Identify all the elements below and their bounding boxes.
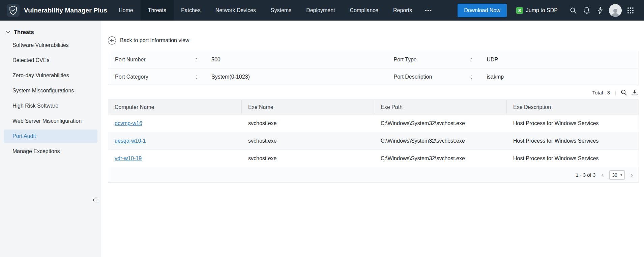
- sidebar-item-software-vulnerabilities[interactable]: Software Vulnerabilities: [4, 38, 97, 52]
- nav-item-home[interactable]: Home: [111, 0, 141, 21]
- exe-description-cell: Host Process for Windows Services: [507, 138, 639, 144]
- quick-actions-bolt-icon[interactable]: [593, 4, 607, 17]
- field-value: 500: [211, 57, 374, 63]
- column-header-exe-path[interactable]: Exe Path: [374, 100, 507, 114]
- pagination-prev-icon[interactable]: ‹: [599, 171, 605, 179]
- nav-item-patches[interactable]: Patches: [174, 0, 208, 21]
- computer-name-link[interactable]: dcvmp-w16: [115, 120, 142, 126]
- sdp-icon: S: [516, 7, 523, 14]
- exe-path-cell: C:\Windows\System32\svchost.exe: [374, 120, 507, 126]
- navbar-right: Download Now S Jump to SDP: [458, 0, 644, 21]
- exe-description-cell: Host Process for Windows Services: [507, 155, 639, 162]
- sidebar-collapse-icon[interactable]: [90, 195, 102, 205]
- table-row: vdr-w10-19 svchost.exe C:\Windows\System…: [108, 149, 639, 167]
- port-info-panel: Port Number : 500 Port Type : UDP Port C…: [108, 51, 639, 85]
- back-link[interactable]: Back to port information view: [108, 36, 189, 45]
- user-avatar[interactable]: [609, 4, 622, 17]
- sidebar-item-manage-exceptions[interactable]: Manage Exceptions: [4, 145, 97, 158]
- nav-item-deployment[interactable]: Deployment: [299, 0, 342, 21]
- field-label: Port Description: [394, 74, 471, 80]
- sidebar-item-detected-cves[interactable]: Detected CVEs: [4, 54, 97, 67]
- top-navbar: Vulnerability Manager Plus Home Threats …: [0, 0, 644, 21]
- sidebar-section-label: Threats: [14, 29, 34, 35]
- field-label: Port Category: [115, 74, 196, 80]
- field-colon: :: [196, 57, 211, 63]
- exe-name-cell: svchost.exe: [242, 155, 374, 162]
- svg-text:S: S: [518, 8, 521, 13]
- back-link-label: Back to port information view: [120, 37, 189, 44]
- table-toolbar: Total : 3 |: [108, 85, 639, 99]
- download-now-button[interactable]: Download Now: [458, 4, 507, 17]
- toolbar-separator: |: [615, 90, 616, 95]
- page-layout: Threats Software Vulnerabilities Detecte…: [0, 21, 644, 257]
- table-row: uesqa-w10-1 svchost.exe C:\Windows\Syste…: [108, 132, 639, 149]
- nav-item-compliance[interactable]: Compliance: [343, 0, 386, 21]
- nav-item-reports[interactable]: Reports: [386, 0, 419, 21]
- total-count-label: Total : 3: [592, 90, 610, 95]
- exe-name-cell: svchost.exe: [242, 120, 374, 126]
- nav-item-systems[interactable]: Systems: [263, 0, 299, 21]
- port-processes-table: Computer Name Exe Name Exe Path Exe Desc…: [108, 99, 639, 183]
- exe-description-cell: Host Process for Windows Services: [507, 120, 639, 126]
- column-header-exe-description[interactable]: Exe Description: [507, 100, 639, 114]
- column-header-computer-name[interactable]: Computer Name: [108, 100, 242, 114]
- export-download-icon[interactable]: [632, 89, 638, 95]
- nav-item-threats[interactable]: Threats: [141, 0, 174, 21]
- brand[interactable]: Vulnerability Manager Plus: [0, 0, 111, 21]
- main-nav: Home Threats Patches Network Devices Sys…: [111, 0, 438, 21]
- chevron-down-icon: [6, 31, 10, 33]
- port-info-row: Port Category : System(0-1023) Port Desc…: [108, 68, 639, 85]
- sidebar-item-system-misconfigurations[interactable]: System Misconfigurations: [4, 84, 97, 97]
- field-value: isakmp: [487, 74, 639, 80]
- exe-path-cell: C:\Windows\System32\svchost.exe: [374, 155, 507, 162]
- field-port-category: Port Category : System(0-1023): [108, 74, 374, 80]
- brand-name: Vulnerability Manager Plus: [24, 7, 107, 14]
- sidebar-section-threats[interactable]: Threats: [0, 26, 101, 38]
- table-search-icon[interactable]: [621, 89, 627, 95]
- search-icon[interactable]: [566, 4, 580, 17]
- field-value: UDP: [487, 57, 639, 63]
- sidebar-item-web-server-misconfiguration[interactable]: Web Server Misconfiguration: [4, 114, 97, 127]
- back-arrow-icon: [108, 36, 116, 45]
- nav-item-network-devices[interactable]: Network Devices: [208, 0, 263, 21]
- exe-path-cell: C:\Windows\System32\svchost.exe: [374, 138, 507, 144]
- apps-grid-icon[interactable]: [624, 4, 637, 17]
- computer-name-link[interactable]: uesqa-w10-1: [115, 138, 146, 144]
- sidebar-item-high-risk-software[interactable]: High Risk Software: [4, 99, 97, 112]
- field-port-type: Port Type : UDP: [374, 57, 639, 63]
- page-size-select[interactable]: 30 ▾: [609, 170, 625, 180]
- field-label: Port Type: [394, 57, 471, 63]
- table-row: dcvmp-w16 svchost.exe C:\Windows\System3…: [108, 114, 639, 132]
- shield-logo-icon: [7, 4, 20, 17]
- sidebar: Threats Software Vulnerabilities Detecte…: [0, 21, 101, 257]
- select-caret-icon: ▾: [620, 173, 622, 177]
- main-content: Back to port information view Port Numbe…: [101, 21, 644, 257]
- jump-to-sdp[interactable]: S Jump to SDP: [516, 7, 558, 14]
- field-port-number: Port Number : 500: [108, 57, 374, 63]
- sidebar-item-port-audit[interactable]: Port Audit: [4, 130, 97, 143]
- sidebar-item-zero-day-vulnerabilities[interactable]: Zero-day Vulnerabilities: [4, 69, 97, 82]
- exe-name-cell: svchost.exe: [242, 138, 374, 144]
- field-colon: :: [471, 74, 487, 80]
- table-header: Computer Name Exe Name Exe Path Exe Desc…: [108, 100, 639, 114]
- jump-to-sdp-label: Jump to SDP: [526, 7, 558, 13]
- page-size-value: 30: [612, 172, 617, 178]
- notifications-bell-icon[interactable]: [580, 4, 593, 17]
- field-colon: :: [196, 74, 211, 80]
- table-footer: 1 - 3 of 3 ‹ 30 ▾ ›: [108, 167, 639, 182]
- nav-more-menu[interactable]: •••: [419, 0, 438, 21]
- field-label: Port Number: [115, 57, 196, 63]
- pagination-range: 1 - 3 of 3: [576, 172, 595, 178]
- pagination-next-icon[interactable]: ›: [629, 171, 635, 179]
- computer-name-link[interactable]: vdr-w10-19: [115, 155, 142, 161]
- port-info-row: Port Number : 500 Port Type : UDP: [108, 51, 639, 68]
- field-value: System(0-1023): [211, 74, 374, 80]
- field-colon: :: [471, 57, 487, 63]
- field-port-description: Port Description : isakmp: [374, 74, 639, 80]
- column-header-exe-name[interactable]: Exe Name: [242, 100, 374, 114]
